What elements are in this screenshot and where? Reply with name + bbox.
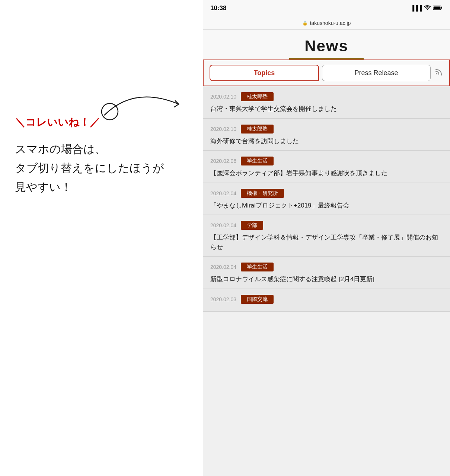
news-tag-0: 桂太郎塾 [241, 92, 274, 101]
news-list: 2020.02.10 桂太郎塾 台湾・東呉大学で学生交流会を開催しました 202… [203, 86, 450, 312]
news-headline-3: 「やまなしMiraiプロジェクト+2019」最終報告会 [210, 201, 443, 210]
annotation-panel: ＼コレいいね！／ スマホの場合は、 タブ切り替えをにしたほうが 見やすい！ [0, 0, 203, 476]
news-item-6[interactable]: 2020.02.03 国際交流 [203, 289, 450, 312]
news-title: News [203, 37, 450, 55]
lock-icon: 🔒 [302, 20, 308, 26]
url-bar: 🔒 takushoku-u.ac.jp [203, 16, 450, 30]
tab-press-release-label: Press Release [354, 69, 398, 77]
news-item-5[interactable]: 2020.02.04 学生生活 新型コロナウイルス感染症に関する注意喚起 [2月… [203, 257, 450, 289]
wifi-icon [424, 5, 431, 12]
phone-screen: 10:38 ▐▐▐ 🔒 takushoku-u. [203, 0, 450, 476]
news-tag-1: 桂太郎塾 [241, 125, 274, 134]
news-tag-4: 学部 [241, 221, 263, 230]
rss-icon[interactable] [435, 68, 443, 78]
news-item-2[interactable]: 2020.02.06 学生生活 【麗澤会ボランティア部】岩手県知事より感謝状を頂… [203, 151, 450, 183]
news-meta-2: 2020.02.06 学生生活 [210, 157, 443, 165]
news-date-3: 2020.02.04 [210, 190, 236, 196]
news-date-5: 2020.02.04 [210, 264, 236, 270]
svg-rect-3 [434, 6, 441, 9]
news-date-1: 2020.02.10 [210, 126, 236, 132]
news-title-section: News [203, 30, 450, 60]
news-date-6: 2020.02.03 [210, 296, 236, 302]
tab-topics[interactable]: Topics [210, 65, 319, 81]
annotation-body: スマホの場合は、 タブ切り替えをにしたほうが 見やすい！ [15, 139, 164, 196]
svg-rect-4 [436, 73, 437, 74]
news-tag-5: 学生生活 [241, 263, 274, 271]
battery-icon [433, 5, 443, 12]
svg-rect-2 [441, 7, 442, 9]
news-item-1[interactable]: 2020.02.10 桂太郎塾 海外研修で台湾を訪問しました [203, 119, 450, 151]
news-tag-3: 機構・研究所 [241, 189, 284, 198]
status-bar: 10:38 ▐▐▐ [203, 0, 450, 16]
news-headline-5: 新型コロナウイルス感染症に関する注意喚起 [2月4日更新] [210, 274, 443, 284]
news-item-4[interactable]: 2020.02.04 学部 【工学部】デザイン学科＆情報・デザイン工学専攻「卒業… [203, 215, 450, 257]
tab-bar: Topics Press Release [203, 60, 450, 86]
svg-point-0 [102, 103, 118, 120]
tab-topics-label: Topics [254, 69, 275, 77]
news-headline-4: 【工学部】デザイン学科＆情報・デザイン工学専攻「卒業・修了展」開催のお知らせ [210, 233, 443, 252]
url-text: takushoku-u.ac.jp [310, 20, 351, 26]
news-meta-1: 2020.02.10 桂太郎塾 [210, 125, 443, 134]
news-headline-0: 台湾・東呉大学で学生交流会を開催しました [210, 104, 443, 114]
signal-icon: ▐▐▐ [411, 5, 422, 11]
news-tag-2: 学生生活 [241, 157, 274, 165]
news-meta-3: 2020.02.04 機構・研究所 [210, 189, 443, 198]
tab-press-release[interactable]: Press Release [322, 65, 431, 81]
news-headline-2: 【麗澤会ボランティア部】岩手県知事より感謝状を頂きました [210, 168, 443, 178]
news-content: News Topics Press Release [203, 30, 450, 476]
news-tag-6: 国際交流 [241, 295, 274, 304]
annotation-good-label: ＼コレいいね！／ [15, 115, 100, 129]
news-item-3[interactable]: 2020.02.04 機構・研究所 「やまなしMiraiプロジェクト+2019」… [203, 183, 450, 215]
news-date-4: 2020.02.04 [210, 222, 236, 228]
status-icons: ▐▐▐ [411, 5, 443, 12]
news-meta-4: 2020.02.04 学部 [210, 221, 443, 230]
news-meta-5: 2020.02.04 学生生活 [210, 263, 443, 271]
news-meta-0: 2020.02.10 桂太郎塾 [210, 92, 443, 101]
news-headline-1: 海外研修で台湾を訪問しました [210, 136, 443, 146]
news-date-2: 2020.02.06 [210, 158, 236, 164]
news-meta-6: 2020.02.03 国際交流 [210, 295, 443, 304]
news-date-0: 2020.02.10 [210, 94, 236, 100]
status-time: 10:38 [210, 4, 226, 12]
news-item-0[interactable]: 2020.02.10 桂太郎塾 台湾・東呉大学で学生交流会を開催しました [203, 86, 450, 119]
